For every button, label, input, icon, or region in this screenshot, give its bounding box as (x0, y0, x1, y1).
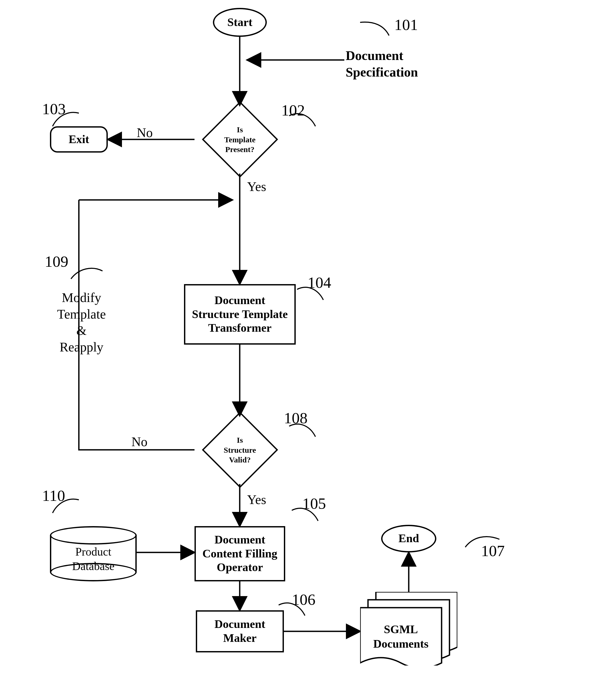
sgml-documents-node: SGML Documents (360, 592, 458, 666)
maker-l2: Maker (223, 631, 256, 645)
modify-l4: Reapply (47, 339, 116, 356)
edge-label-yes-1: Yes (247, 179, 266, 194)
ref-110: 110 (42, 487, 65, 505)
ref-109: 109 (45, 253, 68, 271)
ref-108: 108 (284, 409, 308, 427)
content-filling-operator-node: Document Content Filling Operator (195, 526, 285, 581)
edge-label-yes-2: Yes (247, 492, 266, 507)
modify-l2: Template (47, 306, 116, 323)
end-label: End (398, 531, 419, 546)
modify-reapply-text: Modify Template & Reapply (47, 289, 116, 355)
decision-template-l3: Present? (224, 144, 255, 154)
exit-label: Exit (69, 133, 89, 147)
filler-l2: Content Filling (202, 547, 277, 561)
sgml-l1: SGML (360, 622, 442, 637)
ref-101: 101 (394, 16, 418, 34)
filler-l3: Operator (217, 561, 263, 575)
maker-l1: Document (214, 617, 265, 631)
modify-l1: Modify (47, 289, 116, 306)
decision-structure-valid: Is Structure Valid? (195, 416, 285, 484)
product-db-l1: Product (50, 545, 137, 559)
edge-label-no-1: No (137, 125, 153, 140)
start-label: Start (227, 15, 252, 30)
modify-l3: & (47, 322, 116, 339)
doc-spec-line2: Specification (346, 64, 418, 80)
exit-node: Exit (50, 126, 108, 153)
decision-template-l2: Template (224, 135, 255, 144)
decision-template-present: Is Template Present? (195, 105, 285, 174)
filler-l1: Document (214, 533, 265, 547)
product-db-l2: Database (50, 559, 137, 574)
decision-valid-l3: Valid? (224, 455, 256, 465)
edge-label-no-2: No (131, 434, 148, 449)
start-node: Start (213, 8, 267, 37)
decision-valid-l2: Structure (224, 445, 256, 455)
ref-103: 103 (42, 100, 66, 118)
decision-valid-l1: Is (224, 435, 256, 445)
ref-105: 105 (302, 494, 326, 513)
doc-spec-line1: Document (346, 47, 418, 64)
transformer-l1: Document (214, 294, 265, 307)
flowchart-canvas: Start Document Specification Is Template… (0, 0, 593, 700)
sgml-l2: Documents (360, 637, 442, 651)
ref-107: 107 (481, 542, 505, 560)
transformer-l2: Structure Template (192, 307, 288, 322)
ref-104: 104 (308, 273, 331, 292)
transformer-l3: Transformer (208, 321, 272, 335)
transformer-node: Document Structure Template Transformer (184, 284, 296, 344)
ref-106: 106 (292, 591, 315, 609)
product-database-node: Product Database (50, 526, 137, 581)
doc-spec-text: Document Specification (346, 47, 418, 80)
document-maker-node: Document Maker (196, 610, 284, 652)
ref-102: 102 (281, 101, 305, 119)
end-node: End (381, 525, 436, 552)
decision-template-l1: Is (224, 125, 255, 135)
